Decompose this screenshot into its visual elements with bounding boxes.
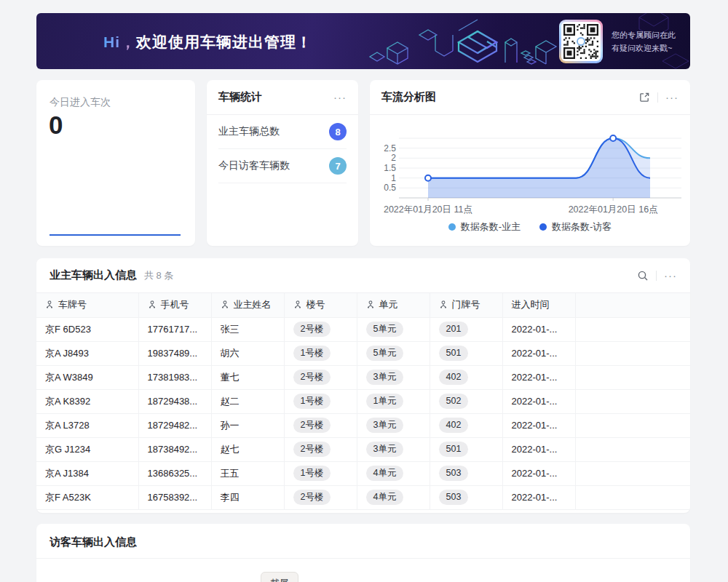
table-cell: 京A K8392 (36, 389, 138, 413)
table-row[interactable]: 京F A523K16758392...李四2号楼4单元5032022-01-..… (36, 485, 690, 509)
svg-text:1.5: 1.5 (384, 163, 396, 173)
column-header[interactable]: 单元 (357, 293, 430, 317)
table-cell: 503 (430, 461, 502, 485)
table-row[interactable]: 京A J849319837489...胡六1号楼5单元5012022-01-..… (36, 341, 690, 365)
legend-dot (539, 223, 547, 231)
expand-icon[interactable] (639, 92, 650, 103)
traffic-chart-title: 车流分析图 (381, 90, 436, 104)
owner-table-card: 业主车辆出入信息 共 8 条 ··· 车牌号 手机号 业主姓名 楼号 单元 门牌… (36, 258, 690, 513)
owner-table-count: 共 8 条 (144, 269, 173, 282)
table-cell: 5单元 (357, 341, 430, 365)
table-cell: 5单元 (357, 317, 430, 341)
divider (657, 92, 658, 103)
qr-code[interactable] (559, 20, 603, 63)
table-cell: 3单元 (357, 365, 430, 389)
column-header[interactable]: 车牌号 (36, 293, 138, 317)
column-header[interactable]: 手机号 (138, 293, 211, 317)
table-cell: 京A J8493 (36, 341, 138, 365)
table-cell (575, 437, 690, 461)
banner-greeting-hi: Hi， (103, 33, 136, 50)
table-row[interactable]: 京G J123418738492...赵七2号楼3单元5012022-01-..… (36, 437, 690, 461)
table-cell: 京A L3728 (36, 413, 138, 437)
stat-label: 今日访客车辆数 (218, 159, 290, 172)
table-cell: 2022-01-... (502, 317, 575, 341)
table-cell: 2022-01-... (502, 485, 575, 509)
owner-table-title: 业主车辆出入信息 (50, 268, 137, 282)
table-cell: 赵七 (211, 437, 284, 461)
table-cell: 3单元 (357, 413, 430, 437)
svg-text:2: 2 (391, 153, 396, 163)
search-icon[interactable] (637, 270, 649, 282)
table-cell: 17761717... (138, 317, 211, 341)
banner-greeting-text: 欢迎使用车辆进出管理！ (136, 33, 312, 50)
table-cell: 京A W3849 (36, 365, 138, 389)
table-cell: 2022-01-... (502, 437, 575, 461)
table-cell: 16758392... (138, 485, 211, 509)
qr-caption: 您的专属顾问在此 有疑问欢迎来戳~ (612, 28, 676, 55)
today-entries-baseline (50, 234, 181, 236)
table-cell: 17381983... (138, 365, 211, 389)
legend-item[interactable]: 数据条数-访客 (539, 220, 612, 234)
table-cell: 4单元 (357, 461, 430, 485)
screenshot-button[interactable]: 截屏 (261, 572, 298, 582)
column-header[interactable] (575, 293, 690, 317)
table-cell: 2号楼 (284, 317, 357, 341)
column-header[interactable]: 进入时间 (502, 293, 575, 317)
table-cell: 1号楼 (284, 461, 357, 485)
table-cell: 1号楼 (284, 341, 357, 365)
table-row[interactable]: 京A L372818729482...孙一2号楼3单元4022022-01-..… (36, 413, 690, 437)
table-cell: 2022-01-... (502, 413, 575, 437)
table-cell: 2号楼 (284, 485, 357, 509)
table-cell: 张三 (211, 317, 284, 341)
table-cell: 1单元 (357, 389, 430, 413)
table-cell: 京F A523K (36, 485, 138, 509)
stat-value-badge: 7 (329, 157, 347, 175)
svg-text:2022年01月20日 11点: 2022年01月20日 11点 (384, 204, 472, 215)
table-cell: 503 (430, 485, 502, 509)
visitor-table-card: 访客车辆出入信息 截屏 (36, 524, 690, 582)
table-cell: 18729482... (138, 413, 211, 437)
more-icon[interactable]: ··· (333, 92, 347, 103)
table-cell (575, 389, 690, 413)
stat-row: 业主车辆总数 8 (218, 115, 347, 149)
banner-title: Hi，欢迎使用车辆进出管理！ (103, 32, 312, 52)
table-row[interactable]: 京F 6D52317761717...张三2号楼5单元2012022-01-..… (36, 317, 690, 341)
table-cell: 2022-01-... (502, 341, 575, 365)
table-cell: 1号楼 (284, 389, 357, 413)
table-cell: 京G J1234 (36, 437, 138, 461)
more-icon[interactable]: ··· (664, 270, 677, 281)
table-cell: 王五 (211, 461, 284, 485)
table-cell: 13686325... (138, 461, 211, 485)
table-cell (575, 317, 690, 341)
table-header-row: 车牌号 手机号 业主姓名 楼号 单元 门牌号进入时间 (36, 293, 690, 317)
column-header[interactable]: 楼号 (284, 293, 357, 317)
table-cell: 402 (430, 413, 502, 437)
table-cell: 18729438... (138, 389, 211, 413)
table-cell: 201 (430, 317, 502, 341)
table-cell: 502 (430, 389, 502, 413)
table-cell: 2022-01-... (502, 365, 575, 389)
table-row[interactable]: 京A J138413686325...王五1号楼4单元5032022-01-..… (36, 461, 690, 485)
column-header[interactable]: 业主姓名 (211, 293, 284, 317)
stat-value-badge: 8 (329, 123, 347, 140)
qr-caption-line1: 您的专属顾问在此 (612, 28, 676, 41)
legend-item[interactable]: 数据条数-业主 (448, 220, 521, 234)
column-header[interactable]: 门牌号 (430, 293, 502, 317)
visitor-table-title: 访客车辆出入信息 (36, 524, 690, 559)
table-cell (575, 461, 690, 485)
traffic-chart[interactable]: 0.511.522.52022年01月20日 11点2022年01月20日 16… (370, 116, 690, 218)
traffic-chart-card: 车流分析图 ··· 0.511.522.52022年01月20日 11点2022… (370, 80, 690, 246)
stat-row: 今日访客车辆数 7 (218, 149, 347, 183)
table-row[interactable]: 京A K839218729438...赵二1号楼1单元5022022-01-..… (36, 389, 690, 413)
table-row[interactable]: 京A W384917381983...董七2号楼3单元4022022-01-..… (36, 365, 690, 389)
table-cell: 京A J1384 (36, 461, 138, 485)
table-cell: 18738492... (138, 437, 211, 461)
table-cell: 4单元 (357, 485, 430, 509)
table-cell: 孙一 (211, 413, 284, 437)
stat-label: 业主车辆总数 (218, 125, 280, 138)
table-cell: 501 (430, 341, 502, 365)
more-icon[interactable]: ··· (665, 92, 678, 103)
svg-text:0.5: 0.5 (384, 183, 396, 193)
table-cell (575, 365, 690, 389)
table-cell: 2022-01-... (502, 461, 575, 485)
